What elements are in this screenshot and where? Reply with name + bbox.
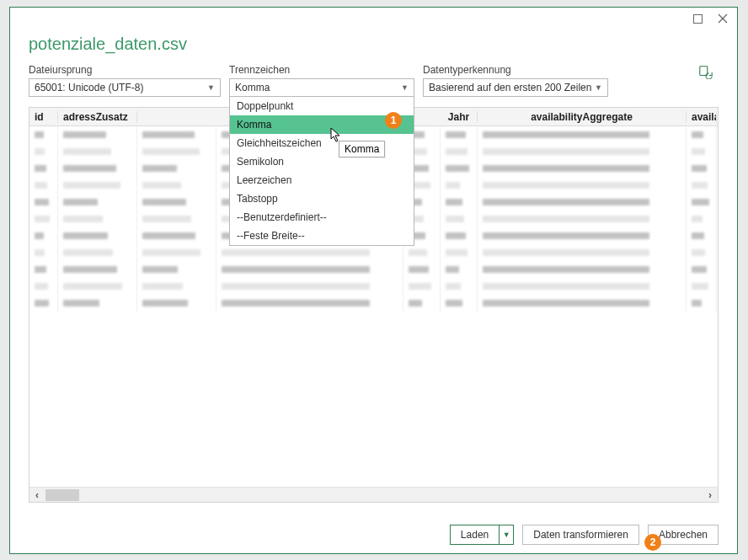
table-cell [29,177,58,194]
delimiter-option[interactable]: Leerzeichen [230,171,414,189]
load-dropdown-toggle[interactable]: ▼ [499,525,514,545]
table-cell [478,126,687,143]
table-cell [58,143,137,160]
table-cell [478,244,687,261]
table-row [29,261,718,278]
cursor-icon [330,127,342,142]
table-cell [478,211,687,227]
table-cell [137,143,216,160]
close-button[interactable] [713,11,732,26]
table-cell [137,126,216,143]
table-cell [137,295,216,312]
table-cell [29,244,58,261]
maximize-button[interactable] [688,11,707,26]
table-cell [58,261,137,278]
origin-select[interactable]: 65001: Unicode (UTF-8) ▼ [29,78,221,97]
delimiter-option[interactable]: Semikolon [230,152,414,171]
delimiter-select[interactable]: Komma ▼ [229,78,414,97]
table-cell [29,227,58,244]
controls-row: Dateiursprung 65001: Unicode (UTF-8) ▼ T… [10,64,737,97]
table-cell [58,160,137,177]
delimiter-option[interactable]: Tabstopp [230,189,414,208]
column-header-availability[interactable]: availabilityAggregate [478,111,687,123]
delimiter-option[interactable]: --Benutzerdefiniert-- [230,208,414,227]
table-cell [58,227,137,244]
table-cell [441,278,478,295]
table-cell [687,160,717,177]
table-cell [478,194,687,211]
table-cell [137,194,216,211]
table-cell [403,278,441,295]
table-cell [29,143,58,160]
table-cell [687,244,717,261]
table-cell [441,227,478,244]
table-cell [687,227,717,244]
table-cell [687,126,717,143]
table-cell [478,227,687,244]
chevron-down-icon: ▼ [401,83,409,92]
column-header-availability2[interactable]: availal [687,111,717,123]
delimiter-group: Trennzeichen Komma ▼ DoppelpunktKommaGle… [229,64,414,97]
table-cell [478,278,687,295]
table-cell [137,278,216,295]
delimiter-option[interactable]: Gleichheitszeichen [230,134,414,152]
column-header-id[interactable]: id [29,111,58,123]
table-cell [58,194,137,211]
transform-data-button[interactable]: Daten transformieren [522,525,639,545]
table-cell [478,261,687,278]
table-cell [29,160,58,177]
table-cell [687,143,717,160]
chevron-down-icon: ▼ [207,83,215,92]
table-cell [478,295,687,312]
table-cell [58,126,137,143]
callout-badge-1: 1 [385,112,402,129]
table-cell [137,261,216,278]
datatype-select[interactable]: Basierend auf den ersten 200 Zeilen ▼ [423,78,608,97]
table-cell [137,244,216,261]
table-cell [216,244,403,261]
table-cell [687,278,717,295]
table-cell [478,143,687,160]
scroll-thumb[interactable] [45,489,79,501]
table-cell [403,295,441,312]
datatype-label: Datentyperkennung [423,64,608,76]
table-cell [687,177,717,194]
scroll-left-icon[interactable]: ‹ [29,489,45,501]
table-cell [58,295,137,312]
table-cell [216,295,403,312]
table-cell [58,244,137,261]
table-cell [441,126,478,143]
delimiter-option[interactable]: --Feste Breite-- [230,227,414,245]
table-cell [29,261,58,278]
settings-action[interactable] [698,64,719,81]
datatype-group: Datentyperkennung Basierend auf den erst… [423,64,608,97]
table-cell [441,244,478,261]
settings-refresh-icon [698,64,713,79]
table-cell [441,194,478,211]
table-cell [29,278,58,295]
column-header-jahr[interactable]: Jahr [441,111,478,123]
table-cell [441,295,478,312]
table-cell [58,278,137,295]
table-cell [478,160,687,177]
import-dialog: potenziale_daten.csv Dateiursprung 65001… [9,7,738,554]
horizontal-scrollbar[interactable]: ‹ › [29,487,718,502]
scroll-right-icon[interactable]: › [703,489,718,501]
chevron-down-icon: ▼ [595,83,602,92]
table-cell [687,194,717,211]
window-title: potenziale_daten.csv [10,29,737,64]
delimiter-tooltip: Komma [339,141,385,157]
titlebar [10,8,737,29]
table-cell [403,244,441,261]
column-header-adress[interactable]: adressZusatz [58,111,137,123]
delimiter-value: Komma [235,82,270,93]
origin-value: 65001: Unicode (UTF-8) [35,82,143,93]
dialog-footer: Laden ▼ Daten transformieren Abbrechen [450,525,719,545]
delimiter-option[interactable]: Doppelpunkt [230,97,414,115]
table-cell [441,143,478,160]
table-cell [29,126,58,143]
table-cell [29,211,58,227]
load-button[interactable]: Laden [450,525,499,545]
datatype-value: Basierend auf den ersten 200 Zeilen [429,82,591,93]
scroll-track[interactable] [45,489,703,501]
